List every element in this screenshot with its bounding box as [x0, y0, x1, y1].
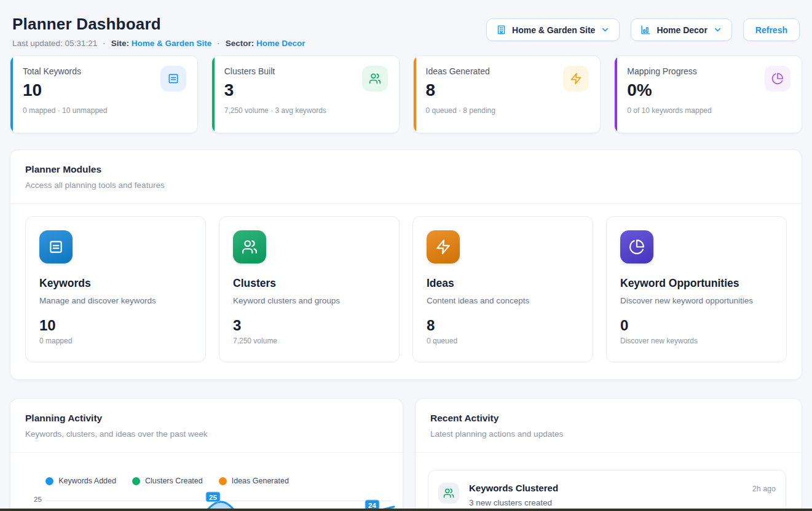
stat-sub: 0 of 10 keywords mapped	[627, 106, 789, 115]
activity-chart: 25 25 24	[10, 488, 403, 511]
sector-selector[interactable]: Home Decor	[631, 18, 731, 41]
legend-item-keywords-added[interactable]: Keywords Added	[45, 477, 116, 485]
module-card-ideas[interactable]: Ideas Content ideas and concepts 8 0 que…	[412, 216, 593, 362]
section-subtitle: Latest planning actions and updates	[430, 429, 787, 439]
bar-chart-icon	[641, 25, 651, 35]
pie-chart-icon	[620, 230, 653, 263]
refresh-button[interactable]: Refresh	[743, 18, 800, 41]
module-sub: Discover new keywords	[620, 337, 773, 345]
activity-item-body: Keywords Clustered 2h ago 3 new clusters…	[469, 483, 776, 507]
module-value: 3	[233, 317, 385, 334]
module-title: Keywords	[39, 277, 192, 290]
meta-separator: ·	[217, 39, 220, 48]
activity-item-keywords-clustered[interactable]: Keywords Clustered 2h ago 3 new clusters…	[428, 470, 786, 511]
planning-activity-panel: Planning Activity Keywords, clusters, an…	[10, 398, 403, 511]
legend-dot	[219, 477, 227, 485]
legend-dot	[132, 477, 140, 485]
page-meta: Last updated: 05:31:21 · Site: Home & Ga…	[12, 39, 305, 48]
document-icon	[39, 230, 73, 263]
chevron-down-icon	[713, 25, 722, 34]
planner-modules-header: Planner Modules Access all planning tool…	[10, 150, 802, 203]
modules-grid: Keywords Manage and discover keywords 10…	[10, 204, 802, 380]
divider	[10, 452, 403, 453]
page-title: Planner Dashboard	[12, 15, 305, 34]
module-sub: 0 mapped	[39, 337, 192, 345]
meta-separator: ·	[103, 39, 106, 48]
activity-timestamp: 2h ago	[752, 485, 776, 493]
accent-bar	[212, 56, 215, 133]
section-subtitle: Keywords, clusters, and ideas over the p…	[25, 429, 388, 439]
section-title: Planning Activity	[25, 413, 388, 424]
module-sub: 0 queued	[427, 337, 579, 345]
users-icon	[233, 230, 266, 263]
module-value: 8	[427, 317, 579, 334]
point-label-25: 25	[206, 492, 220, 502]
document-icon	[160, 66, 186, 92]
activity-description: 3 new clusters created	[469, 498, 776, 507]
stat-sub: 0 queued · 8 pending	[426, 106, 588, 115]
module-title: Keyword Opportunities	[620, 277, 773, 290]
stat-card-total-keywords: Total Keywords 10 0 mapped · 10 unmapped	[10, 55, 198, 133]
page-header-left: Planner Dashboard Last updated: 05:31:21…	[12, 10, 305, 48]
sector-selector-value: Home Decor	[656, 25, 707, 35]
bolt-icon	[563, 66, 589, 92]
recent-activity-header: Recent Activity Latest planning actions …	[416, 399, 802, 452]
section-title: Recent Activity	[430, 413, 787, 424]
accent-bar	[10, 56, 13, 133]
keywords-added-series: 25 24	[10, 488, 403, 511]
pie-chart-icon	[765, 66, 790, 92]
module-sub: 7,250 volume	[233, 337, 385, 345]
page-header: Planner Dashboard Last updated: 05:31:21…	[10, 10, 802, 48]
module-title: Clusters	[233, 277, 385, 290]
module-card-keywords[interactable]: Keywords Manage and discover keywords 10…	[25, 216, 206, 362]
activity-title: Keywords Clustered	[469, 483, 558, 493]
legend-item-clusters-created[interactable]: Clusters Created	[132, 477, 203, 485]
module-card-clusters[interactable]: Clusters Keyword clusters and groups 3 7…	[219, 216, 400, 362]
module-description: Manage and discover keywords	[39, 296, 192, 305]
chevron-down-icon	[601, 25, 610, 34]
module-card-keyword-opportunities[interactable]: Keyword Opportunities Discover new keywo…	[606, 216, 787, 362]
window-bottom-edge	[0, 509, 812, 511]
users-icon	[362, 66, 388, 92]
module-description: Content ideas and concepts	[427, 296, 579, 305]
accent-bar	[414, 56, 416, 133]
site-selector-value: Home & Garden Site	[512, 25, 595, 35]
sector-link[interactable]: Home Decor	[256, 39, 305, 48]
section-subtitle: Access all planning tools and features	[25, 181, 787, 190]
site-selector[interactable]: Home & Garden Site	[486, 18, 620, 41]
planner-dashboard-page: Planner Dashboard Last updated: 05:31:21…	[0, 0, 812, 511]
stat-card-clusters-built: Clusters Built 3 7,250 volume · 3 avg ke…	[211, 55, 400, 133]
legend-dot	[45, 477, 53, 485]
last-updated-text: Last updated: 05:31:21	[12, 39, 97, 48]
stats-row: Total Keywords 10 0 mapped · 10 unmapped…	[10, 55, 802, 133]
legend-item-ideas-generated[interactable]: Ideas Generated	[219, 477, 289, 485]
stat-card-ideas-generated: Ideas Generated 8 0 queued · 8 pending	[413, 55, 601, 133]
stat-sub: 0 mapped · 10 unmapped	[23, 106, 185, 115]
building-icon	[496, 25, 507, 35]
module-value: 10	[39, 317, 192, 334]
stat-card-mapping-progress: Mapping Progress 0% 0 of 10 keywords map…	[614, 55, 802, 133]
module-description: Keyword clusters and groups	[233, 296, 385, 305]
stat-sub: 7,250 volume · 3 avg keywords	[224, 106, 387, 115]
planner-modules-panel: Planner Modules Access all planning tool…	[10, 149, 802, 380]
bottom-grid: Planning Activity Keywords, clusters, an…	[10, 398, 802, 511]
module-description: Discover new keyword opportunities	[620, 296, 773, 305]
sector-meta: Sector: Home Decor	[226, 39, 305, 48]
users-icon	[438, 483, 459, 504]
recent-activity-panel: Recent Activity Latest planning actions …	[415, 398, 802, 511]
chart-legend: Keywords Added Clusters Created Ideas Ge…	[10, 477, 403, 485]
module-value: 0	[620, 317, 773, 334]
module-title: Ideas	[427, 277, 579, 290]
svg-text:24: 24	[368, 502, 376, 509]
svg-text:25: 25	[209, 494, 217, 501]
divider	[416, 452, 802, 453]
bolt-icon	[427, 230, 460, 263]
accent-bar	[615, 56, 617, 133]
section-title: Planner Modules	[25, 164, 787, 175]
site-link[interactable]: Home & Garden Site	[132, 39, 212, 48]
site-meta: Site: Home & Garden Site	[111, 39, 212, 48]
planning-activity-header: Planning Activity Keywords, clusters, an…	[10, 399, 403, 452]
header-controls: Home & Garden Site Home Decor	[486, 18, 800, 41]
